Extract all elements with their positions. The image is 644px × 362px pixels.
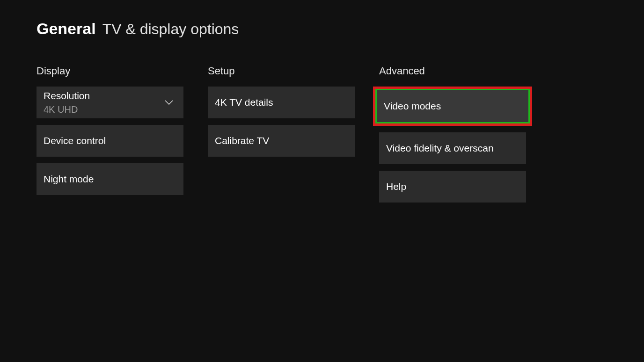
device-control-button[interactable]: Device control (37, 125, 183, 157)
column-display-title: Display (37, 65, 183, 77)
header-section: TV & display options (102, 21, 239, 38)
video-fidelity-label: Video fidelity & overscan (386, 141, 494, 155)
resolution-value: 4K UHD (44, 103, 78, 116)
video-modes-label: Video modes (384, 99, 441, 113)
column-setup: Setup 4K TV details Calibrate TV (208, 65, 355, 209)
video-fidelity-button[interactable]: Video fidelity & overscan (379, 132, 526, 164)
header-category: General (37, 20, 96, 38)
resolution-label: Resolution (44, 89, 90, 102)
device-control-label: Device control (44, 134, 106, 147)
help-button[interactable]: Help (379, 171, 526, 203)
settings-columns: Display Resolution 4K UHD Device control… (37, 65, 644, 209)
settings-page: General TV & display options Display Res… (0, 0, 644, 209)
chevron-down-icon (165, 100, 173, 105)
help-label: Help (386, 180, 406, 193)
column-advanced-title: Advanced (379, 65, 526, 77)
highlight-annotation: Video modes (373, 87, 532, 126)
column-display: Display Resolution 4K UHD Device control… (37, 65, 183, 209)
video-modes-button[interactable]: Video modes (375, 89, 530, 123)
calibrate-tv-label: Calibrate TV (215, 134, 269, 147)
column-advanced: Advanced Video modes Video fidelity & ov… (379, 65, 526, 209)
calibrate-tv-button[interactable]: Calibrate TV (208, 125, 355, 157)
resolution-dropdown[interactable]: Resolution 4K UHD (37, 87, 183, 118)
4k-tv-details-label: 4K TV details (215, 95, 273, 109)
column-setup-title: Setup (208, 65, 355, 77)
4k-tv-details-button[interactable]: 4K TV details (208, 87, 355, 118)
page-title: General TV & display options (37, 20, 644, 38)
night-mode-button[interactable]: Night mode (37, 163, 183, 195)
night-mode-label: Night mode (44, 172, 94, 186)
